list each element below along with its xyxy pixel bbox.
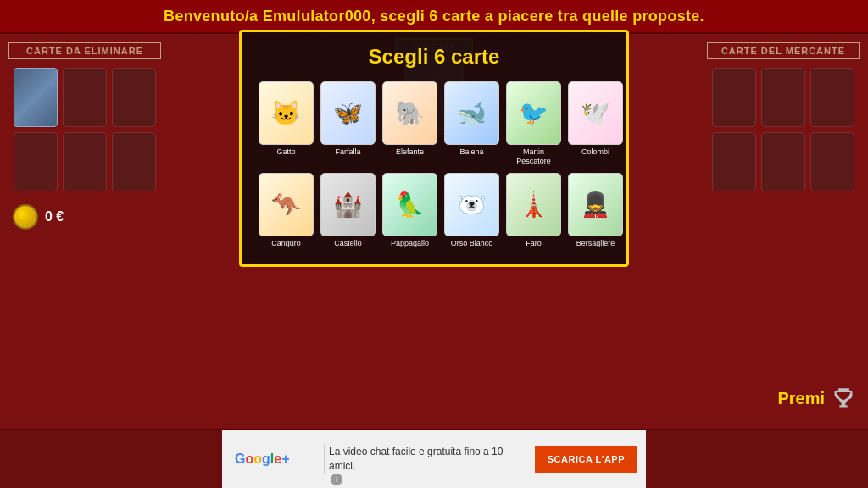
card-label-orso: Orso Bianco	[451, 239, 493, 248]
center-area: PREMI Scegli 6 carte 🐱Gatto🦋Farfalla🐘Ele…	[170, 34, 698, 429]
right-panel: CARTE DEL MERCANTE Premi	[698, 34, 868, 429]
card-label-faro: Faro	[526, 239, 542, 248]
ad-description: La video chat facile e gratuita fino a 1…	[324, 445, 535, 474]
card-label-farfalla: Farfalla	[335, 147, 360, 157]
eliminate-card-6	[112, 132, 156, 191]
card-bersagliere[interactable]: 💂Bersagliere	[568, 173, 623, 248]
modal-title: Scegli 6 carte	[259, 45, 609, 69]
trophy-icon	[832, 385, 855, 412]
card-image-martin: 🐦	[506, 81, 561, 145]
card-balena[interactable]: 🐋Balena	[444, 81, 499, 166]
premi-right-section: Premi	[777, 385, 855, 416]
eliminate-card-5	[63, 132, 107, 191]
merchant-card-2	[761, 68, 805, 127]
card-label-bersagliere: Bersagliere	[576, 239, 615, 248]
card-label-gatto: Gatto	[276, 147, 295, 157]
card-pappagallo[interactable]: 🦜Pappagallo	[382, 173, 437, 248]
card-label-martin: Martin Pescatore	[506, 147, 561, 166]
card-selection-grid: 🐱Gatto🦋Farfalla🐘Elefante🐋Balena🐦Martin P…	[259, 81, 609, 247]
card-image-gatto: 🐱	[259, 81, 314, 145]
merchant-card-4	[712, 132, 756, 191]
card-image-orso: 🐻‍❄️	[444, 173, 499, 236]
merchant-card-1	[712, 68, 756, 127]
coin-icon	[13, 204, 38, 230]
coins-amount: 0 €	[45, 209, 64, 225]
card-image-faro: 🗼	[506, 173, 561, 236]
coins-display: 0 €	[8, 204, 64, 230]
ad-download-button[interactable]: SCARICA L'APP	[535, 446, 637, 473]
eliminate-card-1	[14, 68, 58, 127]
card-image-castello: 🏰	[320, 173, 376, 236]
card-elefante[interactable]: 🐘Elefante	[382, 81, 437, 166]
card-gatto[interactable]: 🐱Gatto	[259, 81, 314, 166]
card-canguro[interactable]: 🦘Canguro	[259, 173, 314, 248]
card-colombi[interactable]: 🕊️Colombi	[568, 81, 623, 166]
ad-info-icon[interactable]: i	[331, 474, 342, 485]
left-panel: CARTE DA ELIMINARE 0 €	[0, 34, 170, 429]
merchant-card-5	[761, 132, 805, 191]
card-martin[interactable]: 🐦Martin Pescatore	[506, 81, 561, 166]
eliminate-card-4	[14, 132, 58, 191]
card-label-castello: Castello	[334, 239, 362, 248]
ad-google-logo-section: Google+	[222, 452, 324, 467]
card-image-pappagallo: 🦜	[382, 173, 437, 236]
card-farfalla[interactable]: 🦋Farfalla	[320, 81, 376, 166]
premi-right-label: Premi	[777, 389, 825, 408]
main-area: CARTE DA ELIMINARE 0 € PREMI Scegli 6 ca…	[0, 34, 868, 429]
card-image-farfalla: 🦋	[320, 81, 376, 145]
card-label-canguro: Canguro	[271, 239, 301, 248]
merchant-card-3	[810, 68, 854, 127]
card-label-pappagallo: Pappagallo	[391, 239, 429, 248]
merchant-card-6	[810, 132, 854, 191]
right-panel-title: CARTE DEL MERCANTE	[707, 42, 860, 59]
bottom-ad-banner: Google+ La video chat facile e gratuita …	[222, 430, 646, 488]
eliminate-card-3	[112, 68, 156, 127]
merchant-cards-grid	[712, 68, 854, 191]
card-label-elefante: Elefante	[396, 147, 424, 157]
card-label-balena: Balena	[459, 147, 483, 157]
card-label-colombi: Colombi	[581, 147, 609, 157]
card-image-colombi: 🕊️	[568, 81, 623, 145]
left-panel-title: CARTE DA ELIMINARE	[8, 42, 161, 59]
right-bottom-section: Premi	[707, 191, 860, 420]
card-castello[interactable]: 🏰Castello	[320, 173, 376, 248]
card-image-elefante: 🐘	[382, 81, 437, 145]
banner-message: Benvenuto/a Emululator000, scegli 6 cart…	[164, 8, 704, 25]
card-faro[interactable]: 🗼Faro	[506, 173, 561, 248]
top-banner: Benvenuto/a Emululator000, scegli 6 cart…	[0, 0, 868, 34]
card-image-bersagliere: 💂	[568, 173, 623, 236]
card-selection-modal: Scegli 6 carte 🐱Gatto🦋Farfalla🐘Elefante🐋…	[239, 30, 629, 267]
eliminate-card-2	[63, 68, 107, 127]
cards-to-eliminate-grid	[14, 68, 156, 191]
card-image-canguro: 🦘	[259, 173, 314, 236]
card-orso[interactable]: 🐻‍❄️Orso Bianco	[444, 173, 499, 248]
google-plus-logo: Google+	[235, 452, 290, 467]
card-image-balena: 🐋	[444, 81, 499, 145]
